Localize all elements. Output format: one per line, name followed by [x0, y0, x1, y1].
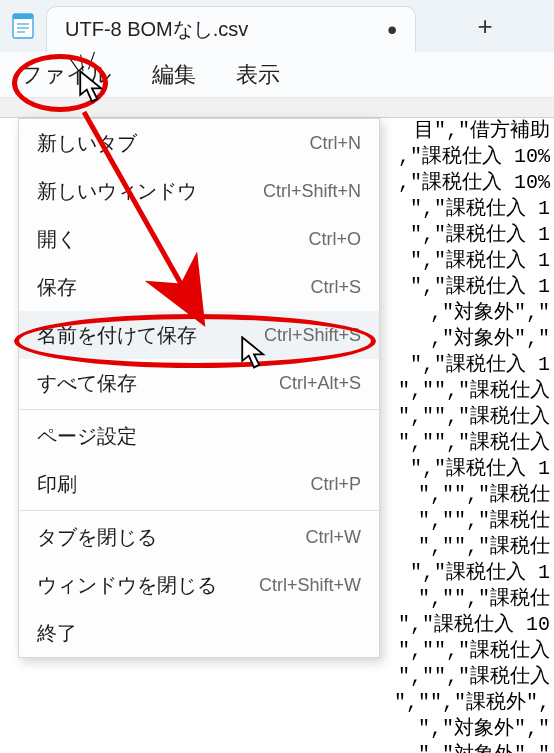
menu-item-label: タブを閉じる — [37, 524, 157, 551]
menu-view[interactable]: 表示 — [230, 56, 286, 94]
menu-item-save-all[interactable]: すべて保存 Ctrl+Alt+S — [19, 359, 379, 407]
title-bar: UTF-8 BOMなし.csv • + — [0, 0, 554, 52]
menu-item-shortcut: Ctrl+Shift+W — [259, 575, 361, 596]
menu-item-label: 開く — [37, 226, 77, 253]
menu-item-label: 終了 — [37, 620, 77, 647]
menu-item-close-tab[interactable]: タブを閉じる Ctrl+W — [19, 513, 379, 561]
menu-item-label: 印刷 — [37, 471, 77, 498]
tab-title: UTF-8 BOMなし.csv — [65, 16, 248, 43]
menu-item-page-setup[interactable]: ページ設定 — [19, 412, 379, 460]
menu-item-shortcut: Ctrl+W — [306, 527, 362, 548]
menu-item-save-as[interactable]: 名前を付けて保存 Ctrl+Shift+S — [19, 311, 379, 359]
active-tab[interactable]: UTF-8 BOMなし.csv • — [46, 6, 416, 52]
menu-item-label: 新しいウィンドウ — [37, 178, 197, 205]
svg-rect-1 — [13, 14, 33, 19]
menu-separator — [19, 409, 379, 410]
menu-item-label: 保存 — [37, 274, 77, 301]
file-menu-dropdown: 新しいタブ Ctrl+N 新しいウィンドウ Ctrl+Shift+N 開く Ct… — [18, 118, 380, 658]
cursor-icon — [78, 70, 106, 108]
notepad-icon — [0, 0, 46, 52]
menu-item-shortcut: Ctrl+O — [308, 229, 361, 250]
menu-item-save[interactable]: 保存 Ctrl+S — [19, 263, 379, 311]
menu-item-label: ウィンドウを閉じる — [37, 572, 217, 599]
menu-item-new-window[interactable]: 新しいウィンドウ Ctrl+Shift+N — [19, 167, 379, 215]
new-tab-button[interactable]: + — [416, 0, 554, 52]
menu-item-label: ページ設定 — [37, 423, 137, 450]
click-spark-icon: ╲│╱ — [69, 56, 98, 68]
tab-modified-indicator: • — [387, 16, 397, 44]
menu-item-label: 名前を付けて保存 — [37, 322, 197, 349]
menu-item-label: 新しいタブ — [37, 130, 137, 157]
menu-item-shortcut: Ctrl+Shift+S — [264, 325, 361, 346]
menu-separator — [19, 510, 379, 511]
menu-item-shortcut: Ctrl+P — [310, 474, 361, 495]
menu-item-new-tab[interactable]: 新しいタブ Ctrl+N — [19, 119, 379, 167]
menu-item-shortcut: Ctrl+Shift+N — [263, 181, 361, 202]
menu-item-shortcut: Ctrl+Alt+S — [279, 373, 361, 394]
menu-item-shortcut: Ctrl+N — [309, 133, 361, 154]
menu-item-label: すべて保存 — [37, 370, 137, 397]
menu-item-print[interactable]: 印刷 Ctrl+P — [19, 460, 379, 508]
menu-item-exit[interactable]: 終了 — [19, 609, 379, 657]
menu-item-open[interactable]: 開く Ctrl+O — [19, 215, 379, 263]
menu-item-shortcut: Ctrl+S — [310, 277, 361, 298]
menu-edit[interactable]: 編集 — [146, 56, 202, 94]
menu-item-close-window[interactable]: ウィンドウを閉じる Ctrl+Shift+W — [19, 561, 379, 609]
cursor-icon — [240, 336, 268, 374]
